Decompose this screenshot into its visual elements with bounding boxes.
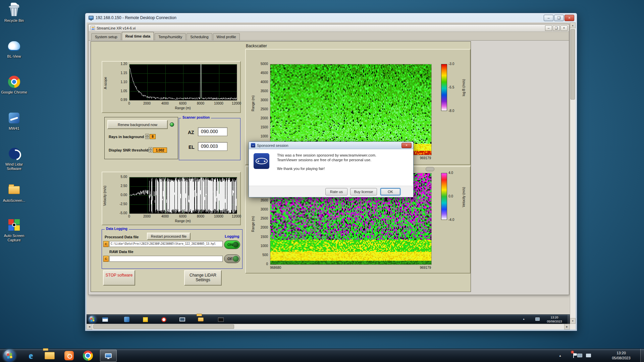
desktop-icon-autoscreen-folder[interactable]: AutoScreen...	[0, 183, 30, 203]
app-window-title: StreamLine XR v14-6.vi	[97, 26, 136, 30]
tab-system-setup[interactable]: System setup	[91, 33, 121, 40]
tab-wind-profile[interactable]: Wind profile	[213, 33, 240, 40]
desktop-icon-label: AutoScreen...	[0, 198, 30, 203]
close-button[interactable]: ×	[565, 15, 574, 21]
network-icon[interactable]	[586, 354, 591, 357]
tab-real-time-data[interactable]: Real time data	[122, 32, 154, 40]
spinner-down-icon[interactable]: ▼	[145, 136, 149, 139]
renew-background-button[interactable]: Renew background now	[107, 120, 168, 129]
remote-date: 05/08/2023	[544, 319, 565, 323]
screen-capture-icon[interactable]	[178, 316, 186, 323]
desktop-icon-label: Recycle Bin	[0, 18, 30, 23]
internet-explorer-icon[interactable]: e	[24, 350, 38, 361]
tick-label: 500	[262, 253, 268, 257]
start-button[interactable]	[3, 350, 15, 362]
buy-license-button[interactable]: Buy license	[350, 188, 377, 195]
power-icon[interactable]	[160, 316, 168, 323]
vertical-scrollbar[interactable]: ▲ ▼	[570, 22, 576, 324]
tray-expand-icon[interactable]: ▲	[523, 318, 525, 320]
ok-button[interactable]: OK	[380, 188, 400, 195]
folder-icon[interactable]	[197, 316, 205, 323]
processed-logging-toggle[interactable]: ON	[224, 240, 240, 249]
graph-palette-icon[interactable]	[426, 167, 434, 171]
dialog-titlebar[interactable]: ↔ Sponsored session	[249, 142, 413, 149]
app-minimize-button[interactable]: –	[545, 25, 552, 31]
notes-icon[interactable]	[141, 316, 149, 323]
processed-path-field[interactable]: C:\Lidar\Data\Proc\2023\202308\20230805\…	[109, 241, 223, 247]
scrollbar-thumb[interactable]	[93, 324, 234, 329]
network-icon[interactable]	[535, 317, 540, 321]
scroll-left-icon[interactable]: ◀	[87, 324, 92, 329]
host-clock[interactable]: 13:20 05/08/2023	[606, 351, 637, 361]
tray-expand-icon[interactable]: ▲	[559, 354, 561, 357]
snr-spinner[interactable]: ▲ ▼	[149, 147, 152, 153]
rays-value-field[interactable]: 8	[150, 134, 156, 139]
drive-select-icon[interactable]: C	[103, 241, 109, 247]
desktop-icon-label: Google Chrome	[0, 90, 30, 95]
snr-value-field[interactable]: 1.002	[153, 147, 167, 153]
tick-label: 5.00	[121, 175, 127, 179]
media-app-icon[interactable]	[62, 350, 76, 361]
desktop-icon-bl-view[interactable]: BL-View	[0, 39, 30, 59]
spinner-down-icon[interactable]: ▼	[149, 150, 152, 153]
desktop-icon-google-chrome[interactable]: Google Chrome	[0, 74, 30, 95]
scrollbar-thumb[interactable]	[571, 29, 575, 100]
tab-temp-humidity[interactable]: Temp/humidity	[155, 33, 186, 40]
tick-label: 0	[128, 215, 130, 218]
folder-icon[interactable]	[43, 350, 56, 361]
raw-data-file-label: RAW Data file	[109, 250, 133, 254]
desktop-icon-auto-screen-capture[interactable]: Auto Screen Capture	[0, 218, 30, 242]
drive-select-icon[interactable]: C	[103, 256, 109, 262]
app-close-button[interactable]: ×	[560, 25, 568, 31]
remote-show-desktop-button[interactable]	[568, 315, 570, 324]
raw-logging-toggle[interactable]: OFF	[224, 254, 240, 263]
az-value-field[interactable]: 090.000	[198, 127, 227, 136]
remote-clock[interactable]: 13:20 05/08/2023	[544, 315, 565, 323]
tick-label: 1.05	[121, 89, 127, 93]
velocity-graph-yticks: 5.002.500.00-2.50-5.00	[115, 172, 128, 218]
rays-spinner[interactable]: ▲ ▼	[145, 134, 149, 139]
stop-software-button[interactable]: STOP software	[103, 270, 135, 286]
tab-scheduling[interactable]: Scheduling	[186, 33, 212, 40]
desktop-icon-mw41[interactable]: MW41	[0, 111, 30, 131]
show-desktop-button[interactable]	[640, 349, 644, 362]
tick-label: 10000	[214, 215, 223, 218]
chrome-icon[interactable]	[81, 350, 95, 361]
scroll-down-icon[interactable]: ▼	[570, 318, 576, 324]
explorer-icon[interactable]	[101, 316, 109, 323]
scanner-position-title: Scanner position	[181, 116, 211, 119]
velocity-graph-xticks: 020004000600080001000012000	[129, 215, 236, 219]
scroll-up-icon[interactable]: ▲	[570, 22, 576, 28]
remote-start-button[interactable]	[89, 316, 96, 323]
restart-processed-file-button[interactable]: Restart processed file	[147, 233, 191, 240]
terminal-icon[interactable]	[217, 316, 225, 323]
maximize-button[interactable]: ❑	[554, 15, 564, 21]
change-lidar-settings-button[interactable]: Change LiDAR Settings	[184, 270, 222, 286]
dialog-close-button[interactable]: ×	[401, 143, 412, 148]
desktop-icon-label: Auto Screen Capture	[0, 234, 30, 242]
rate-us-button[interactable]: Rate us	[325, 188, 347, 195]
velocity-colorbar	[441, 173, 447, 220]
bl-view-icon[interactable]	[123, 316, 131, 323]
raw-path-field[interactable]	[109, 256, 223, 262]
spinner-up-icon[interactable]: ▲	[145, 134, 149, 136]
dialog-text-line3: We thank you for playing fair!	[277, 167, 325, 171]
velocity-xmin-label: 968680	[270, 266, 290, 269]
scroll-right-icon[interactable]: ▶	[564, 324, 570, 329]
app-titlebar[interactable]: StreamLine XR v14-6.vi	[89, 24, 569, 32]
tick-label: -5.00	[119, 211, 127, 215]
tick-label: 3500	[261, 89, 268, 93]
horizontal-scrollbar[interactable]: ◀ ▶	[87, 324, 570, 329]
rdp-titlebar[interactable]: 192.168.0.150 - Remote Desktop Connectio…	[85, 13, 577, 22]
rdp-active-icon[interactable]	[100, 350, 117, 362]
desktop-icon-recycle-bin[interactable]: Recycle Bin	[0, 3, 30, 23]
spinner-up-icon[interactable]: ▲	[149, 147, 152, 150]
el-value-field[interactable]: 090.003	[198, 142, 227, 151]
rdp-session-icon[interactable]	[577, 354, 582, 357]
tab-bar: System setup Real time data Temp/humidit…	[89, 32, 569, 41]
tick-label: 0.0	[448, 194, 453, 198]
ascope-ylabel: A-scope	[104, 68, 107, 99]
minimize-button[interactable]: –	[544, 15, 553, 21]
app-maximize-button[interactable]: ❑	[553, 25, 560, 31]
desktop-icon-wind-lidar[interactable]: Wind Lidar Software	[0, 146, 30, 171]
